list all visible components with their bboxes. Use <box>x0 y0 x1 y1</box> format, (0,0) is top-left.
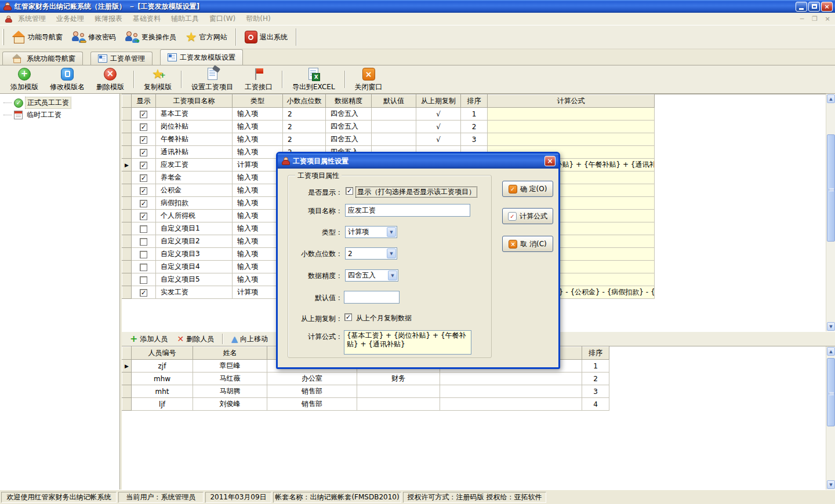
default-value-input[interactable] <box>344 291 400 304</box>
precision-cell[interactable]: 四舍五入 <box>326 133 372 146</box>
row-selector[interactable]: ▶ <box>122 360 132 372</box>
decimals-cell[interactable]: 2 <box>283 133 326 146</box>
type-cell[interactable]: 输入项 <box>233 210 283 222</box>
export-excel-button[interactable]: 导出到EXCEL <box>286 66 341 93</box>
item-name-cell[interactable]: 公积金 <box>156 184 233 197</box>
display-checkbox-label[interactable]: 显示（打勾选择是否显示该工资项目） <box>356 187 477 197</box>
staff-code-cell[interactable]: mht <box>132 385 193 398</box>
show-checkbox[interactable] <box>140 251 147 258</box>
type-cell[interactable]: 输入项 <box>233 261 283 273</box>
menu-item[interactable]: 基础资料 <box>128 14 166 24</box>
delete-circle-button[interactable]: ×删除模版 <box>90 66 130 93</box>
type-cell[interactable]: 输入项 <box>233 133 283 146</box>
display-checkbox[interactable]: ✓ <box>346 187 353 195</box>
precision-cell[interactable]: 四舍五入 <box>326 120 372 133</box>
cancel-button[interactable]: × 取 消(C) <box>502 236 553 252</box>
row-selector[interactable] <box>122 184 132 197</box>
staff-name-cell[interactable]: 马胡腾 <box>193 385 267 398</box>
column-header[interactable]: 小数点位数 <box>283 95 326 108</box>
type-cell[interactable]: 输入项 <box>233 197 283 210</box>
power-button[interactable]: 退出系统 <box>240 29 292 45</box>
row-selector[interactable] <box>122 120 132 133</box>
type-cell[interactable]: 输入项 <box>233 120 283 133</box>
scroll-down-icon[interactable]: ▼ <box>827 480 835 489</box>
order-cell[interactable]: 1 <box>582 360 609 372</box>
column-header[interactable]: 数据精度 <box>326 95 372 108</box>
type-cell[interactable]: 输入项 <box>233 171 283 184</box>
order-cell[interactable]: 4 <box>582 398 609 411</box>
show-checkbox[interactable] <box>140 238 147 246</box>
copy-prev-checkbox-label[interactable]: 从上个月复制数据 <box>356 313 412 323</box>
formula-button[interactable]: ✓ 计算公式 <box>502 208 553 224</box>
type-cell[interactable]: 输入项 <box>233 235 283 248</box>
formula-cell[interactable] <box>488 133 655 146</box>
minimize-button[interactable] <box>796 2 807 12</box>
toolbar-drag-handle[interactable] <box>2 29 4 45</box>
row-selector[interactable] <box>122 108 132 120</box>
setup-items-button[interactable]: 设置工资项目 <box>186 66 239 93</box>
scroll-thumb[interactable] <box>827 134 835 242</box>
staff-code-cell[interactable]: mhw <box>132 372 193 385</box>
rename-button[interactable]: 修改模版名 <box>44 66 90 93</box>
column-header[interactable]: 从上期复制 <box>416 95 461 108</box>
staff-code-cell[interactable]: ljf <box>132 398 193 411</box>
item-name-cell[interactable]: 岗位补贴 <box>156 120 233 133</box>
staff-extra-cell[interactable] <box>440 398 582 411</box>
default-cell[interactable] <box>372 133 416 146</box>
column-header[interactable]: 默认值 <box>372 95 416 108</box>
add-person-button[interactable]: +添加人员 <box>125 333 172 345</box>
menu-item[interactable]: 账簿报表 <box>89 14 128 24</box>
item-name-cell[interactable]: 病假扣款 <box>156 197 233 210</box>
copy-prev-cell[interactable]: √ <box>416 108 461 120</box>
scroll-thumb[interactable] <box>827 358 835 426</box>
formula-cell[interactable] <box>488 108 655 120</box>
show-checkbox[interactable] <box>140 264 147 271</box>
row-selector[interactable] <box>122 222 132 235</box>
row-selector[interactable] <box>122 133 132 146</box>
staff-name-cell[interactable]: 马红薇 <box>193 372 267 385</box>
menu-item[interactable]: 窗口(W) <box>204 14 241 24</box>
star-button[interactable]: ★官方网站 <box>181 29 232 45</box>
tree-item[interactable]: ✓ 正式员工工资 <box>3 97 119 109</box>
show-checkbox[interactable]: ✓ <box>140 136 147 144</box>
row-selector[interactable] <box>122 273 132 286</box>
tree-item[interactable]: 临时工工资 <box>3 109 119 121</box>
item-name-cell[interactable]: 养老金 <box>156 171 233 184</box>
scroll-down-icon[interactable]: ▼ <box>827 322 835 331</box>
type-cell[interactable]: 计算项 <box>233 159 283 171</box>
table-row[interactable]: ljf 刘俊峰 销售部 4 <box>122 398 609 411</box>
column-header[interactable]: 姓名 <box>193 347 267 360</box>
type-cell[interactable]: 输入项 <box>233 273 283 286</box>
row-selector[interactable] <box>122 171 132 184</box>
show-checkbox[interactable]: ✓ <box>140 213 147 220</box>
staff-extra-cell[interactable] <box>440 385 582 398</box>
restore-button[interactable] <box>808 2 820 12</box>
copy-star-button[interactable]: ★+复制模版 <box>138 66 177 93</box>
item-name-cell[interactable]: 实发工资 <box>156 286 233 299</box>
show-checkbox[interactable] <box>140 276 147 284</box>
item-name-cell[interactable]: 基本工资 <box>156 108 233 120</box>
item-name-input[interactable]: 应发工资 <box>345 204 470 217</box>
column-header[interactable]: 计算公式 <box>488 95 655 108</box>
show-checkbox[interactable]: ✓ <box>140 162 147 169</box>
type-cell[interactable]: 计算项 <box>233 286 283 299</box>
table-row[interactable]: ✓ 岗位补贴 输入项 2 四舍五入 √ 2 <box>122 120 655 133</box>
column-header[interactable]: 工资项目名称 <box>156 95 233 108</box>
precision-dropdown[interactable]: 四舍五入 ▼ <box>345 269 398 282</box>
flag-button[interactable]: 工资接口 <box>239 66 278 93</box>
default-cell[interactable] <box>372 120 416 133</box>
row-selector[interactable] <box>122 210 132 222</box>
close-button[interactable]: × <box>821 2 833 12</box>
chevron-down-icon[interactable]: ▼ <box>387 249 396 258</box>
row-selector[interactable] <box>122 261 132 273</box>
row-selector[interactable] <box>122 385 132 398</box>
row-selector[interactable] <box>122 197 132 210</box>
staff-dept-cell[interactable]: 销售部 <box>267 398 357 411</box>
type-cell[interactable]: 输入项 <box>233 248 283 261</box>
type-cell[interactable]: 输入项 <box>233 222 283 235</box>
formula-cell[interactable] <box>488 120 655 133</box>
copy-prev-cell[interactable]: √ <box>416 120 461 133</box>
salary-grid-scrollbar[interactable]: ▲ ▼ <box>826 94 835 331</box>
menu-item[interactable]: 辅助工具 <box>166 14 204 24</box>
row-selector[interactable]: ▶ <box>122 159 132 171</box>
